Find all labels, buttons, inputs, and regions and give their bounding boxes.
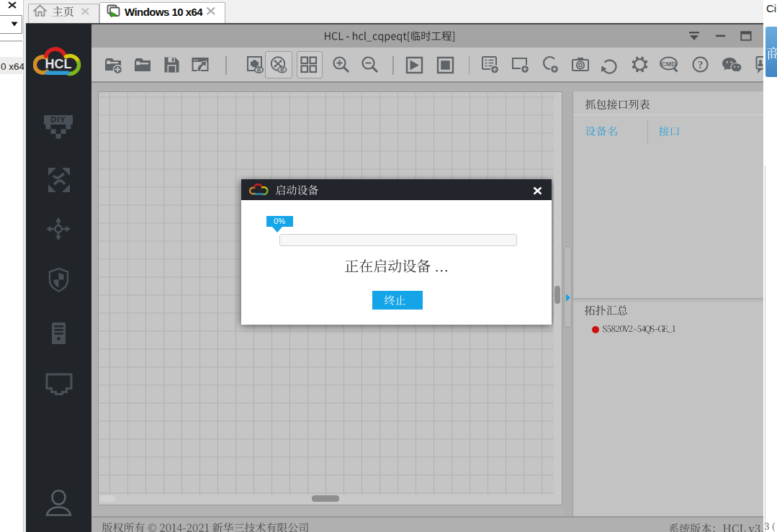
svg-text:?: ? <box>698 59 703 71</box>
svg-text:CMD: CMD <box>661 60 676 68</box>
